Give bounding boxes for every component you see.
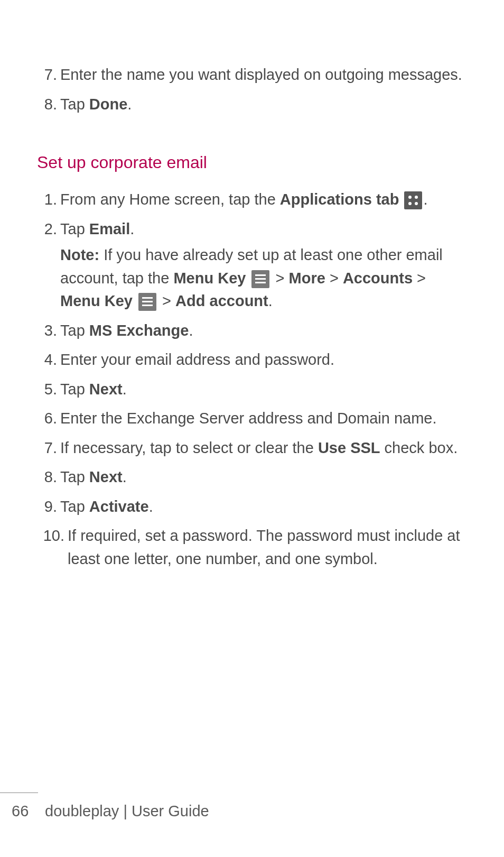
text-segment — [246, 270, 250, 287]
list-number: 6. — [37, 407, 57, 430]
text-segment: Tap — [60, 468, 89, 485]
text-segment: Next — [89, 468, 123, 485]
list-number: 7. — [37, 63, 57, 87]
text-segment: Accounts — [343, 270, 413, 287]
list-number: 2. — [37, 218, 57, 313]
menu-key-icon — [138, 293, 156, 311]
list-body: Tap MS Exchange. — [60, 319, 464, 343]
text-segment: . — [268, 292, 273, 309]
previous-steps-list: 7.Enter the name you want displayed on o… — [37, 63, 464, 116]
list-body: If required, set a password. The passwor… — [68, 524, 464, 570]
list-number: 10. — [37, 524, 64, 570]
list-item: 9.Tap Activate. — [37, 495, 464, 519]
page-number: 66 — [12, 803, 41, 820]
list-item: 8.Tap Next. — [37, 466, 464, 489]
list-body: Enter your email address and password. — [60, 348, 464, 372]
footer-title: doubleplay | User Guide — [45, 803, 209, 819]
text-segment: Done — [89, 96, 128, 113]
list-item: 7.Enter the name you want displayed on o… — [37, 63, 464, 87]
text-segment: . — [149, 498, 153, 515]
text-segment: If required, set a password. The passwor… — [68, 527, 460, 567]
list-body: Tap Email.Note: If you have already set … — [60, 218, 464, 313]
text-segment: Note: — [60, 246, 99, 263]
text-segment: Email — [89, 220, 130, 237]
list-item: 8.Tap Done. — [37, 93, 464, 116]
list-item: 7.If necessary, tap to select or clear t… — [37, 437, 464, 460]
text-segment: Enter the name you want displayed on out… — [60, 66, 462, 83]
page-footer: 66 doubleplay | User Guide — [0, 793, 504, 820]
text-segment: MS Exchange — [89, 322, 189, 339]
list-number: 7. — [37, 437, 57, 460]
text-segment: Enter the Exchange Server address and Do… — [60, 410, 437, 427]
list-body: If necessary, tap to select or clear the… — [60, 437, 464, 460]
list-body: Tap Next. — [60, 466, 464, 489]
text-segment: More — [289, 270, 325, 287]
list-body: Tap Next. — [60, 378, 464, 401]
list-item: 2.Tap Email.Note: If you have already se… — [37, 218, 464, 313]
text-segment: Enter your email address and password. — [60, 351, 334, 368]
text-segment: Menu Key — [60, 292, 133, 309]
text-segment: Use SSL — [318, 439, 380, 456]
text-segment: Tap — [60, 381, 89, 398]
text-segment: From any Home screen, tap the — [60, 191, 280, 208]
text-segment: . — [127, 96, 132, 113]
list-body: Tap Done. — [60, 93, 464, 116]
text-segment: Menu Key — [173, 270, 246, 287]
text-segment: . — [423, 191, 427, 208]
footer-divider — [0, 793, 38, 793]
section-heading: Set up corporate email — [37, 153, 464, 172]
list-number: 1. — [37, 188, 57, 211]
list-number: 8. — [37, 93, 57, 116]
list-item: 3.Tap MS Exchange. — [37, 319, 464, 343]
text-segment: check box. — [380, 439, 458, 456]
text-segment: Tap — [60, 96, 89, 113]
text-segment: If necessary, tap to select or clear the — [60, 439, 318, 456]
text-segment: Activate — [89, 498, 149, 515]
list-body: Tap Activate. — [60, 495, 464, 519]
list-item: 4.Enter your email address and password. — [37, 348, 464, 372]
list-number: 4. — [37, 348, 57, 372]
list-number: 8. — [37, 466, 57, 489]
list-body: From any Home screen, tap the Applicatio… — [60, 188, 464, 211]
menu-key-icon — [251, 270, 269, 288]
list-number: 5. — [37, 378, 57, 401]
text-segment: Tap — [60, 220, 89, 237]
list-body: Enter the name you want displayed on out… — [60, 63, 464, 87]
text-segment: Add account — [175, 292, 268, 309]
text-segment: . — [123, 468, 127, 485]
applications-tab-icon — [404, 191, 422, 209]
list-body: Enter the Exchange Server address and Do… — [60, 407, 464, 430]
text-segment: Tap — [60, 322, 89, 339]
text-segment: . — [189, 322, 193, 339]
text-segment: > — [325, 270, 343, 287]
list-number: 3. — [37, 319, 57, 343]
text-segment: > — [413, 270, 426, 287]
text-segment: Next — [89, 381, 123, 398]
text-segment: > — [271, 270, 288, 287]
steps-list: 1. From any Home screen, tap the Applica… — [37, 188, 464, 570]
list-item: 6.Enter the Exchange Server address and … — [37, 407, 464, 430]
list-item: 1. From any Home screen, tap the Applica… — [37, 188, 464, 211]
list-item: 5.Tap Next. — [37, 378, 464, 401]
text-segment — [399, 191, 403, 208]
list-number: 9. — [37, 495, 57, 519]
text-segment: > — [158, 292, 175, 309]
text-segment: Tap — [60, 498, 89, 515]
text-segment: . — [130, 220, 134, 237]
text-segment: Applications tab — [280, 191, 399, 208]
text-segment: . — [123, 381, 127, 398]
text-segment — [133, 292, 137, 309]
note-block: Note: If you have already set up at leas… — [60, 244, 464, 313]
list-item: 10. If required, set a password. The pas… — [37, 524, 464, 570]
